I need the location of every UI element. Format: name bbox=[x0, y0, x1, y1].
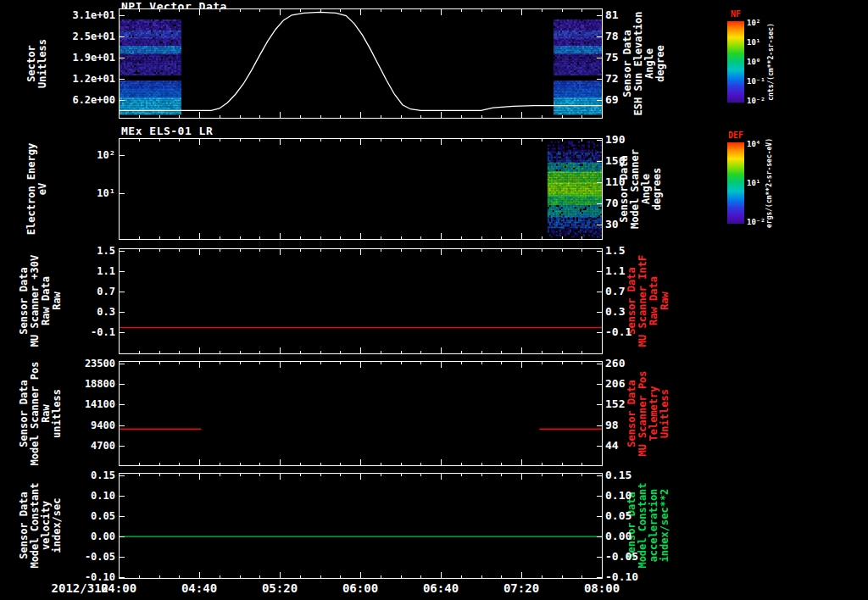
right-axis-tick-label: -0.10 bbox=[605, 570, 666, 583]
left-axis-tick-label: 18800 bbox=[47, 378, 115, 390]
left-axis-tick-label: 4700 bbox=[47, 440, 115, 452]
left-axis-tick-label: -0.1 bbox=[47, 326, 115, 338]
right-axis-tick-label: 110 bbox=[605, 175, 666, 188]
left-axis-tick-label: 0.3 bbox=[47, 306, 115, 318]
right-axis-tick-label: -0.1 bbox=[605, 325, 666, 338]
colorbar-tick-label: 10⁻² bbox=[747, 97, 765, 105]
colorbar-tick-label: 10⁴ bbox=[747, 140, 760, 148]
left-axis-tick-label: 23500 bbox=[47, 358, 115, 369]
right-axis-tick-label: 75 bbox=[605, 51, 666, 64]
right-axis-tick-label: 1.5 bbox=[605, 244, 666, 257]
left-axis-tick-label: 9400 bbox=[47, 419, 115, 431]
left-axis-tick-label: 10¹ bbox=[47, 187, 115, 199]
x-axis-tick-label: 04:00 bbox=[89, 581, 148, 595]
left-axis-tick-label: 0.00 bbox=[47, 531, 115, 542]
colorbar-nf-title: NF bbox=[726, 9, 746, 19]
colorbar-tick-label: 10¹ bbox=[747, 38, 760, 47]
right-axis-tick-label: 1.1 bbox=[605, 264, 666, 277]
panel-1-plot bbox=[119, 8, 603, 119]
left-axis-tick-label: 10² bbox=[47, 149, 115, 161]
right-axis-tick-label: 44 bbox=[605, 439, 666, 452]
x-axis-tick-label: 05:20 bbox=[250, 581, 309, 595]
tplot-figure: NPI Vector Data MEx ELS-01 LR Sector Uni… bbox=[0, 0, 868, 600]
left-axis-tick-label: 1.2e+01 bbox=[47, 73, 115, 85]
right-axis-tick-label: 78 bbox=[605, 30, 666, 42]
colorbar-tick-label: 10⁰ bbox=[747, 58, 760, 66]
x-axis-tick-label: 06:00 bbox=[331, 581, 390, 595]
right-axis-tick-label: 0.10 bbox=[605, 489, 666, 502]
panel-3-plot bbox=[119, 248, 603, 354]
colorbar-def-units-label: ergs/(cm**2-sr-sec-eV) bbox=[765, 138, 773, 228]
right-axis-tick-label: -0.05 bbox=[605, 550, 666, 563]
x-axis-tick-label: 07:20 bbox=[492, 581, 551, 595]
right-axis-tick-label: 0.05 bbox=[605, 509, 666, 522]
panel-2-left-axis-label: Electron Energy eV bbox=[26, 143, 48, 235]
colorbar-def-title: DEF bbox=[726, 131, 746, 140]
left-axis-tick-label: 0.05 bbox=[47, 510, 115, 522]
right-axis-tick-label: 70 bbox=[605, 197, 666, 209]
right-axis-tick-label: 260 bbox=[605, 357, 666, 369]
left-axis-tick-label: 2.5e+01 bbox=[47, 31, 115, 42]
left-axis-tick-label: 0.15 bbox=[47, 469, 115, 481]
right-axis-tick-label: 206 bbox=[605, 377, 666, 390]
colorbar-tick-label: 10⁻¹ bbox=[747, 77, 765, 86]
x-axis-tick-label: 06:40 bbox=[411, 581, 470, 595]
colorbar-nf-gradient bbox=[727, 21, 744, 103]
left-axis-tick-label: 1.1 bbox=[47, 265, 115, 277]
left-axis-tick-label: 0.7 bbox=[47, 286, 115, 297]
left-axis-tick-label: 1.9e+01 bbox=[47, 52, 115, 64]
left-axis-tick-label: -0.10 bbox=[47, 571, 115, 583]
panel-2-title: MEx ELS-01 LR bbox=[121, 125, 213, 137]
x-axis-tick-label: 04:40 bbox=[170, 581, 229, 595]
colorbar-def-gradient bbox=[727, 142, 744, 224]
left-axis-tick-label: 14100 bbox=[47, 398, 115, 410]
right-axis-tick-label: 0.00 bbox=[605, 530, 666, 542]
colorbar-tick-label: 10⁻² bbox=[747, 218, 765, 226]
x-axis-tick-label: 08:00 bbox=[572, 581, 632, 595]
panel-4-plot bbox=[119, 361, 603, 466]
colorbar-tick-label: 10² bbox=[747, 19, 760, 27]
right-axis-tick-label: 190 bbox=[605, 133, 666, 146]
colorbar-nf-units-label: cnts/(cm**2-sr-sec) bbox=[767, 23, 775, 101]
right-axis-tick-label: 98 bbox=[605, 419, 666, 431]
panel-5-plot bbox=[119, 473, 603, 579]
right-axis-tick-label: 152 bbox=[605, 397, 666, 410]
right-axis-tick-label: 0.3 bbox=[605, 305, 666, 318]
left-axis-tick-label: -0.05 bbox=[47, 551, 115, 563]
right-axis-tick-label: 0.15 bbox=[605, 469, 666, 481]
left-axis-tick-label: 0.10 bbox=[47, 490, 115, 502]
left-axis-tick-label: 1.5 bbox=[47, 245, 115, 257]
right-axis-tick-label: 0.7 bbox=[605, 285, 666, 297]
colorbar-tick-label: 10¹ bbox=[747, 179, 760, 187]
right-axis-tick-label: 30 bbox=[605, 218, 666, 231]
right-axis-tick-label: 150 bbox=[605, 154, 666, 167]
left-axis-tick-label: 6.2e+00 bbox=[47, 94, 115, 106]
panel-2-plot bbox=[119, 138, 603, 240]
right-axis-tick-label: 81 bbox=[605, 8, 666, 21]
left-axis-tick-label: 3.1e+01 bbox=[47, 9, 115, 21]
right-axis-tick-label: 69 bbox=[605, 93, 666, 106]
right-axis-tick-label: 72 bbox=[605, 72, 666, 85]
panel-1-left-axis-label: Sector Unitless bbox=[26, 39, 48, 88]
